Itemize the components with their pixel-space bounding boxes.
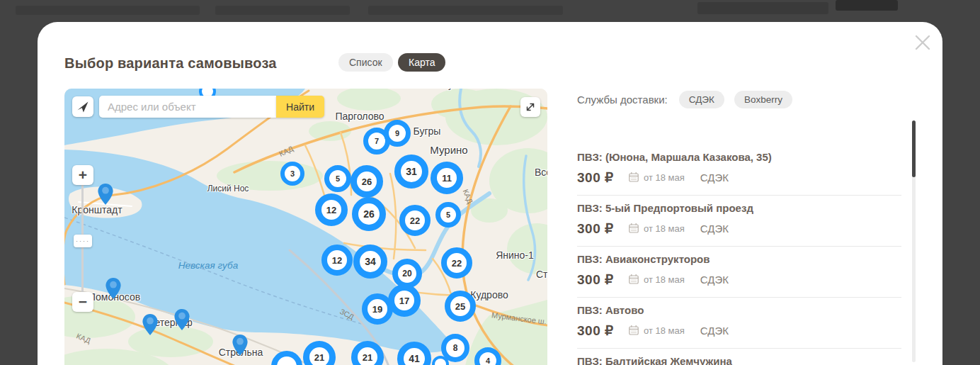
pickup-panel: Службы доставки: СДЭК Boxberry ПВЗ: (Юно…	[577, 90, 901, 365]
map-background	[64, 89, 547, 365]
dimmed-page-content	[697, 2, 828, 14]
tab-map[interactable]: Карта	[398, 53, 445, 72]
map-cluster[interactable]: 12	[315, 193, 348, 226]
pickup-item[interactable]: ПВЗ: Автово 300 ₽ от 18 мая СДЭК	[577, 298, 901, 349]
map-cluster[interactable]: 5	[435, 202, 461, 228]
map-label: Невская губа	[178, 260, 238, 271]
pickup-name: ПВЗ: Автово	[577, 304, 901, 316]
pickup-name: ПВЗ: Авиаконструкторов	[577, 253, 901, 265]
pickup-service: СДЭК	[700, 172, 729, 184]
map-label: Парголово	[335, 111, 384, 122]
geolocation-button[interactable]	[72, 96, 93, 117]
tab-list[interactable]: Список	[338, 53, 393, 72]
map-label: Мурино	[430, 144, 467, 156]
pickup-item[interactable]: ПВЗ: (Юнона, Маршала Казакова, 35) 300 ₽…	[577, 145, 901, 196]
map-cluster[interactable]: 25	[445, 291, 476, 322]
map-pin[interactable]	[232, 335, 248, 356]
pickup-service: СДЭК	[700, 274, 729, 286]
service-chip-cdek[interactable]: СДЭК	[679, 91, 724, 108]
map-cluster[interactable]: 34	[353, 245, 387, 279]
dimmed-page-content	[16, 6, 200, 15]
calendar-icon	[628, 274, 639, 285]
list-scrollbar[interactable]	[912, 120, 916, 362]
map-label: Кронштадт	[72, 204, 122, 215]
list-scrollbar-thumb[interactable]	[912, 120, 916, 177]
map-label: Янино-1	[496, 249, 534, 261]
pickup-date: от 18 мая	[644, 274, 685, 285]
map-search-button[interactable]: Найти	[276, 96, 324, 118]
zoom-in-button[interactable]: +	[72, 165, 93, 185]
pickup-name: ПВЗ: 5-ый Предпортовый проезд	[577, 202, 901, 214]
delivery-services-label: Службы доставки:	[577, 94, 668, 106]
zoom-out-button[interactable]: −	[72, 292, 93, 312]
pickup-item[interactable]: ПВЗ: Балтийская Жемчужина 300 ₽ от 18 ма…	[577, 349, 901, 365]
pickup-name: ПВЗ: Балтийская Жемчужина	[577, 355, 901, 365]
map-cluster[interactable]: 31	[394, 155, 428, 189]
calendar-icon	[628, 223, 639, 234]
pickup-date: от 18 мая	[644, 172, 685, 183]
pickup-modal: Выбор варианта самовывоза Список Карта	[38, 22, 942, 365]
map-cluster[interactable]: 9	[384, 120, 411, 147]
close-icon[interactable]	[913, 33, 933, 52]
map-cluster[interactable]: 26	[351, 165, 383, 198]
map-label: Все	[535, 167, 547, 178]
map-cluster[interactable]: 22	[441, 247, 472, 279]
map-cluster[interactable]: 26	[352, 197, 386, 231]
map-label: Лисий Нос	[207, 184, 249, 193]
pickup-item[interactable]: ПВЗ: Авиаконструкторов 300 ₽ от 18 мая С…	[577, 247, 901, 298]
map-cluster[interactable]: 3	[280, 162, 304, 186]
map-cluster[interactable]: 8	[441, 334, 469, 362]
fullscreen-button[interactable]	[520, 97, 540, 117]
map[interactable]: КузьмоловскийПарголовоБугрыМуриноВсеЛиси…	[64, 89, 547, 365]
dimmed-page-content	[215, 6, 350, 15]
map-cluster[interactable]: 22	[399, 205, 431, 236]
map-cluster[interactable]: 12	[321, 245, 353, 276]
pickup-price: 300 ₽	[577, 322, 628, 339]
dimmed-page-content	[836, 0, 898, 11]
pickup-item[interactable]: ПВЗ: 5-ый Предпортовый проезд 300 ₽ от 1…	[577, 196, 901, 247]
map-pin[interactable]	[106, 278, 121, 299]
page: Выбор варианта самовывоза Список Карта	[0, 0, 980, 365]
map-pin[interactable]	[98, 184, 113, 205]
map-label: Кузьмоловский	[443, 89, 507, 90]
map-label: Ста	[536, 269, 547, 280]
pickup-list: ПВЗ: (Юнона, Маршала Казакова, 35) 300 ₽…	[577, 145, 901, 365]
map-cluster[interactable]: 17	[388, 284, 421, 317]
map-pin[interactable]	[142, 314, 158, 335]
pickup-service: СДЭК	[700, 223, 729, 235]
map-label: Бугры	[414, 125, 441, 137]
pickup-service: СДЭК	[700, 325, 729, 337]
pickup-name: ПВЗ: (Юнона, Маршала Казакова, 35)	[577, 151, 901, 163]
pickup-price: 300 ₽	[577, 220, 628, 237]
service-chip-boxberry[interactable]: Boxberry	[734, 91, 792, 108]
ruler-button[interactable]: ····	[74, 235, 92, 247]
pickup-date: от 18 мая	[644, 223, 685, 234]
calendar-icon	[628, 325, 639, 336]
map-search-input[interactable]	[99, 96, 276, 118]
pickup-date: от 18 мая	[644, 325, 685, 336]
dimmed-page-content	[368, 6, 563, 15]
map-pin[interactable]	[174, 309, 190, 330]
delivery-services-row: Службы доставки: СДЭК Boxberry	[577, 90, 901, 108]
map-label: Кудрово	[470, 289, 508, 301]
map-cluster[interactable]: 5	[324, 165, 351, 192]
map-cluster[interactable]: 11	[431, 162, 463, 194]
calendar-icon	[628, 172, 639, 183]
geolocation-arrow-icon	[76, 100, 90, 114]
page-title: Выбор варианта самовывоза	[64, 54, 277, 72]
pickup-price: 300 ₽	[577, 169, 628, 186]
expand-icon	[524, 101, 537, 113]
pickup-price: 300 ₽	[577, 271, 628, 288]
